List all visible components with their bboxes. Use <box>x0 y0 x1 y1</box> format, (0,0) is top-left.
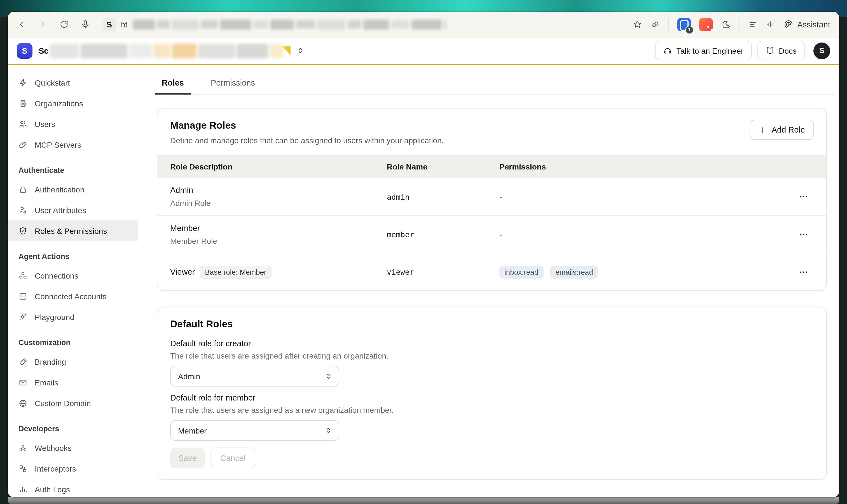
user-gear-icon <box>18 205 28 215</box>
back-icon[interactable] <box>17 20 26 29</box>
creator-role-select[interactable]: Admin <box>170 366 339 386</box>
toolbar-divider <box>739 18 740 31</box>
creator-role-value: Admin <box>178 372 200 381</box>
desktop: S ht 1 Assistant <box>0 0 847 504</box>
browser-toolbar-right: 1 Assistant <box>633 18 830 31</box>
sidebar-section-customization: Customization <box>8 327 138 351</box>
site-favicon: S <box>102 18 116 31</box>
shield-check-icon <box>18 226 28 235</box>
sidebar-item-webhooks[interactable]: Webhooks <box>8 437 138 458</box>
role-permissions: - <box>499 230 772 239</box>
sidebar-item-connected-accounts[interactable]: Connected Accounts <box>8 286 138 307</box>
environment-switcher[interactable]: Sc <box>39 43 305 58</box>
sidebar-item-authentication[interactable]: Authentication <box>8 179 138 200</box>
sidebar-item-quickstart[interactable]: Quickstart <box>8 72 138 93</box>
role-description: Member Role <box>170 236 387 245</box>
ellipsis-icon <box>799 192 808 201</box>
bar-chart-icon <box>18 485 28 494</box>
envelope-icon <box>18 378 28 387</box>
app-header: S Sc Talk to an Engineer <box>8 37 839 65</box>
sidebar-item-roles-permissions[interactable]: Roles & Permissions <box>8 220 138 241</box>
manage-roles-head: Manage Roles Define and manage roles tha… <box>157 109 826 155</box>
docs-button[interactable]: Docs <box>757 41 805 60</box>
docs-label: Docs <box>779 46 797 55</box>
sidebar-item-branding[interactable]: Branding <box>8 351 138 372</box>
server-rows-icon <box>18 292 28 301</box>
main-content: Roles Permissions Manage Roles Define an… <box>138 65 839 497</box>
sidebar-item-label: User Attributes <box>35 205 86 215</box>
sidebar-item-playground[interactable]: Playground <box>8 307 138 327</box>
sidebar-item-user-attributes[interactable]: User Attributes <box>8 200 138 220</box>
paperclip-icon <box>18 140 28 149</box>
tab-roles[interactable]: Roles <box>155 74 191 94</box>
interceptor-icon <box>18 464 28 473</box>
globe-icon <box>18 399 28 408</box>
column-role-description: Role Description <box>170 162 387 171</box>
sidebar-item-users[interactable]: Users <box>8 113 138 134</box>
bookmark-star-icon[interactable] <box>633 20 642 29</box>
sidebar-item-mcp-servers[interactable]: MCP Servers <box>8 134 138 155</box>
tab-permissions[interactable]: Permissions <box>204 74 262 94</box>
sidebar-item-connections[interactable]: Connections <box>8 265 138 286</box>
sidebar-section-developers: Developers <box>8 413 138 437</box>
manage-roles-description: Define and manage roles that can be assi… <box>170 136 444 145</box>
member-role-select[interactable]: Member <box>170 420 339 441</box>
microphone-icon[interactable] <box>81 20 90 29</box>
ellipsis-icon <box>799 267 808 276</box>
sidebar-item-label: Organizations <box>35 99 83 108</box>
add-role-label: Add Role <box>772 125 805 134</box>
extension-red-icon[interactable] <box>699 18 713 31</box>
sidebar-item-organizations[interactable]: Organizations <box>8 93 138 113</box>
url-text: ht <box>121 20 127 29</box>
chevrons-up-down-icon <box>324 426 332 435</box>
assistant-button[interactable]: Assistant <box>784 20 830 29</box>
row-actions-button[interactable] <box>793 264 813 280</box>
row-actions-button[interactable] <box>793 227 813 242</box>
sidebar: Quickstart Organizations Users MCP Serve… <box>8 65 138 497</box>
reload-icon[interactable] <box>59 20 69 29</box>
sidebar-item-label: Webhooks <box>35 443 72 452</box>
sidebar-item-label: Custom Domain <box>35 399 91 408</box>
column-permissions: Permissions <box>499 162 772 171</box>
default-roles-title: Default Roles <box>170 318 813 330</box>
extension-blue-icon[interactable]: 1 <box>677 18 691 31</box>
sidebar-item-interceptors[interactable]: Interceptors <box>8 458 138 479</box>
role-key: member <box>387 230 499 239</box>
sidebar-item-custom-domain[interactable]: Custom Domain <box>8 393 138 413</box>
sidebar-item-auth-logs[interactable]: Auth Logs <box>8 479 138 497</box>
member-role-description: The role that users are assigned as a ne… <box>170 406 813 414</box>
header-actions: Talk to an Engineer Docs S <box>655 41 830 60</box>
permission-badge: emails:read <box>550 266 598 278</box>
default-roles-actions: Save Cancel <box>170 448 813 468</box>
sidebar-item-label: Users <box>35 120 55 128</box>
sidebar-item-emails[interactable]: Emails <box>8 372 138 393</box>
cancel-button[interactable]: Cancel <box>210 448 255 468</box>
save-button[interactable]: Save <box>170 448 205 468</box>
redacted-url <box>133 19 446 29</box>
talk-to-engineer-button[interactable]: Talk to an Engineer <box>655 41 752 60</box>
sidebar-item-label: Authentication <box>35 185 84 194</box>
user-avatar[interactable]: S <box>813 42 830 59</box>
extensions-puzzle-icon[interactable] <box>721 20 730 29</box>
sidebar-item-label: Interceptors <box>35 464 76 473</box>
forward-icon[interactable] <box>38 20 48 29</box>
app-logo: S <box>17 43 33 58</box>
sidebar-item-label: Playground <box>35 312 74 321</box>
lock-icon <box>18 185 28 194</box>
building-icon <box>18 99 28 108</box>
extension-badge: 1 <box>685 25 694 34</box>
role-key: viewer <box>387 267 499 276</box>
row-actions-button[interactable] <box>793 189 813 204</box>
creator-role-description: The role that users are assigned after c… <box>170 351 813 360</box>
headphones-icon <box>663 47 672 55</box>
browser-window: S ht 1 Assistant <box>8 12 839 497</box>
copy-link-icon[interactable] <box>651 20 660 29</box>
toolbar-divider <box>669 18 669 31</box>
reader-menu-icon[interactable] <box>748 20 757 29</box>
audio-equalizer-icon[interactable] <box>766 20 775 29</box>
webhook-icon <box>18 443 28 452</box>
add-role-button[interactable]: Add Role <box>750 120 814 140</box>
creator-role-label: Default role for creator <box>170 339 813 348</box>
sidebar-item-label: Connected Accounts <box>35 292 107 301</box>
address-bar[interactable]: S ht <box>102 18 633 31</box>
